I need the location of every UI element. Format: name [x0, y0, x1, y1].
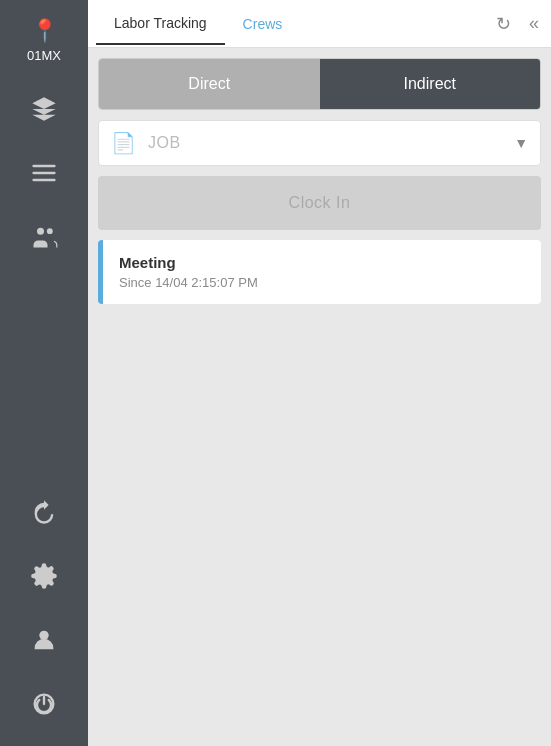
location-code-label: 01MX [27, 48, 61, 63]
svg-point-0 [37, 228, 44, 235]
list-icon [30, 159, 58, 187]
sidebar-item-power[interactable] [0, 672, 88, 736]
people-icon [30, 223, 58, 251]
indirect-toggle-button[interactable]: Indirect [320, 59, 541, 109]
tab-bar: Labor Tracking Crews ↻ « [88, 0, 551, 48]
direct-indirect-toggle: Direct Indirect [98, 58, 541, 110]
collapse-button[interactable]: « [525, 9, 543, 38]
sidebar-item-box[interactable] [0, 77, 88, 141]
sidebar-item-refresh[interactable] [0, 480, 88, 544]
svg-point-3 [39, 631, 48, 640]
sidebar-item-user[interactable] [0, 608, 88, 672]
sidebar-item-people[interactable] [0, 205, 88, 269]
settings-icon [30, 562, 58, 590]
dropdown-arrow-icon: ▼ [514, 135, 528, 151]
tab-actions: ↻ « [492, 9, 543, 39]
job-selector[interactable]: 📄 JOB ▼ [98, 120, 541, 166]
activity-item: Meeting Since 14/04 2:15:07 PM [98, 240, 541, 304]
user-icon [30, 626, 58, 654]
job-placeholder: JOB [148, 134, 514, 152]
clock-in-button[interactable]: Clock In [98, 176, 541, 230]
location-pin-icon: 📍 [31, 18, 58, 44]
sidebar-item-list[interactable] [0, 141, 88, 205]
sidebar: 📍 01MX [0, 0, 88, 746]
tab-crews[interactable]: Crews [225, 4, 301, 44]
refresh-button[interactable]: ↻ [492, 9, 515, 39]
main-panel: Labor Tracking Crews ↻ « Direct Indirect… [88, 0, 551, 746]
sidebar-location[interactable]: 📍 01MX [0, 0, 88, 77]
refresh-icon [30, 498, 58, 526]
activity-title: Meeting [119, 254, 258, 271]
tab-labor-tracking[interactable]: Labor Tracking [96, 3, 225, 45]
svg-point-1 [47, 228, 53, 234]
activity-content: Meeting Since 14/04 2:15:07 PM [103, 240, 274, 304]
document-icon: 📄 [111, 131, 136, 155]
direct-toggle-button[interactable]: Direct [99, 59, 320, 109]
sidebar-bottom [0, 480, 88, 746]
content-area: Direct Indirect 📄 JOB ▼ Clock In Meeting… [88, 48, 551, 746]
activity-subtitle: Since 14/04 2:15:07 PM [119, 275, 258, 290]
box-icon [30, 95, 58, 123]
power-icon [30, 690, 58, 718]
sidebar-item-settings[interactable] [0, 544, 88, 608]
